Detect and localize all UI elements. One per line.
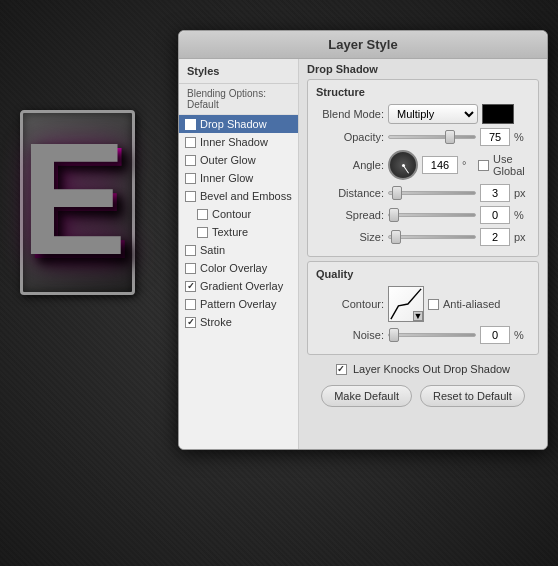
style-item-pattern-overlay[interactable]: Pattern Overlay [179,295,298,313]
spread-label: Spread: [316,209,384,221]
blending-options-item[interactable]: Blending Options: Default [179,84,298,115]
letter-e-wrapper: E [20,110,135,295]
angle-row: Angle: 146 ° Use Global [316,150,530,180]
anti-aliased-checkbox-row: Anti-aliased [428,298,500,310]
size-slider-container [388,231,476,243]
checkbox-inner-glow[interactable] [185,173,196,184]
angle-label: Angle: [316,159,384,171]
quality-section: Quality Contour: [307,261,539,355]
spread-slider-container [388,209,476,221]
size-row: Size: 2 px [316,228,530,246]
layer-knocks-label: Layer Knocks Out Drop Shadow [353,363,510,375]
angle-input[interactable]: 146 [422,156,458,174]
angle-unit: ° [462,159,474,171]
opacity-slider-container [388,131,476,143]
checkbox-pattern-overlay[interactable] [185,299,196,310]
noise-unit: % [514,329,530,341]
contour-row: Contour: ▼ [316,286,530,322]
style-item-contour[interactable]: Contour [179,205,298,223]
dialog-titlebar: Layer Style [179,31,547,59]
size-label: Size: [316,231,384,243]
dialog-title: Layer Style [328,37,397,52]
checkbox-contour[interactable] [197,209,208,220]
noise-label: Noise: [316,329,384,341]
angle-indicator [403,165,409,174]
spread-row: Spread: 0 % [316,206,530,224]
checkbox-drop-shadow[interactable]: ✓ [185,119,196,130]
blend-mode-select[interactable]: Multiply [388,104,478,124]
style-item-gradient-overlay[interactable]: ✓ Gradient Overlay [179,277,298,295]
checkbox-gradient-overlay[interactable]: ✓ [185,281,196,292]
distance-input[interactable]: 3 [480,184,510,202]
drop-shadow-section-header: Drop Shadow [299,59,547,75]
checkbox-bevel-emboss[interactable] [185,191,196,202]
make-default-button[interactable]: Make Default [321,385,412,407]
styles-panel-header: Styles [179,59,298,84]
contour-dropdown-icon[interactable]: ▼ [413,311,423,321]
blend-mode-label: Blend Mode: [316,108,384,120]
opacity-row: Opacity: 75 % [316,128,530,146]
layer-knocks-checkbox[interactable]: ✓ [336,364,347,375]
checkbox-stroke[interactable]: ✓ [185,317,196,328]
spread-slider-track [388,213,476,217]
spread-input[interactable]: 0 [480,206,510,224]
spread-unit: % [514,209,530,221]
contour-label: Contour: [316,298,384,310]
style-item-inner-glow[interactable]: Inner Glow [179,169,298,187]
style-item-outer-glow[interactable]: Outer Glow [179,151,298,169]
settings-panel: Drop Shadow Structure Blend Mode: Multip… [299,59,547,449]
noise-slider-track [388,333,476,337]
bottom-buttons-row: Make Default Reset to Default [299,379,547,413]
angle-widget[interactable] [388,150,418,180]
distance-slider-track [388,191,476,195]
opacity-label: Opacity: [316,131,384,143]
opacity-unit: % [514,131,530,143]
checkbox-satin[interactable] [185,245,196,256]
layer-knocks-row: ✓ Layer Knocks Out Drop Shadow [299,359,547,379]
blend-mode-row: Blend Mode: Multiply [316,104,530,124]
style-item-inner-shadow[interactable]: Inner Shadow [179,133,298,151]
distance-unit: px [514,187,530,199]
distance-label: Distance: [316,187,384,199]
use-global-checkbox[interactable] [478,160,489,171]
use-global-label: Use Global [493,153,530,177]
checkbox-outer-glow[interactable] [185,155,196,166]
style-item-texture[interactable]: Texture [179,223,298,241]
size-unit: px [514,231,530,243]
distance-row: Distance: 3 px [316,184,530,202]
style-item-color-overlay[interactable]: Color Overlay [179,259,298,277]
checkbox-color-overlay[interactable] [185,263,196,274]
distance-slider-thumb[interactable] [392,186,402,200]
noise-slider-thumb[interactable] [389,328,399,342]
style-item-drop-shadow[interactable]: ✓ Drop Shadow [179,115,298,133]
structure-title: Structure [316,86,530,98]
quality-title: Quality [316,268,530,280]
opacity-slider-track [388,135,476,139]
style-item-stroke[interactable]: ✓ Stroke [179,313,298,331]
noise-input[interactable]: 0 [480,326,510,344]
spread-slider-thumb[interactable] [389,208,399,222]
checkbox-texture[interactable] [197,227,208,238]
anti-aliased-checkbox[interactable] [428,299,439,310]
size-slider-track [388,235,476,239]
size-slider-thumb[interactable] [391,230,401,244]
letter-e-graphic: E [24,123,131,283]
shadow-color-swatch[interactable] [482,104,514,124]
checkbox-inner-shadow[interactable] [185,137,196,148]
opacity-input[interactable]: 75 [480,128,510,146]
noise-slider-container [388,329,476,341]
styles-panel: Styles Blending Options: Default ✓ Drop … [179,59,299,449]
style-item-satin[interactable]: Satin [179,241,298,259]
layer-style-dialog: Layer Style Styles Blending Options: Def… [178,30,548,450]
opacity-slider-thumb[interactable] [445,130,455,144]
noise-row: Noise: 0 % [316,326,530,344]
use-global-checkbox-row: Use Global [478,153,530,177]
reset-to-default-button[interactable]: Reset to Default [420,385,525,407]
size-input[interactable]: 2 [480,228,510,246]
contour-preview[interactable]: ▼ [388,286,424,322]
dialog-body: Styles Blending Options: Default ✓ Drop … [179,59,547,449]
structure-section: Structure Blend Mode: Multiply Opacity: [307,79,539,257]
style-item-bevel-emboss[interactable]: Bevel and Emboss [179,187,298,205]
anti-aliased-label: Anti-aliased [443,298,500,310]
distance-slider-container [388,187,476,199]
